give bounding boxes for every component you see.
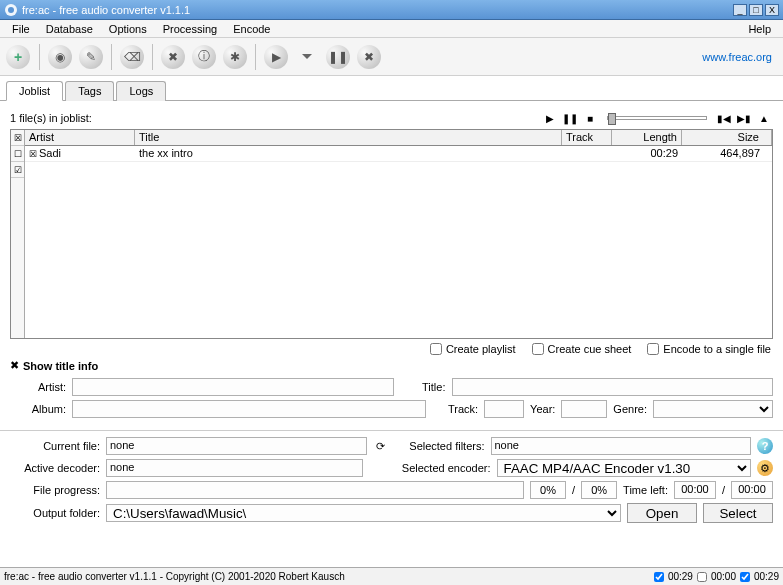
output-folder-select[interactable]: C:\Users\fawad\Music\ <box>106 504 621 522</box>
year-input[interactable] <box>561 400 607 418</box>
slash: / <box>572 484 575 496</box>
mini-next-button[interactable]: ▶▮ <box>735 111 753 125</box>
open-button[interactable]: Open <box>627 503 697 523</box>
col-length[interactable]: Length <box>612 130 682 145</box>
album-input[interactable] <box>72 400 426 418</box>
progress-pct-2: 0% <box>581 481 617 499</box>
menu-options[interactable]: Options <box>101 21 155 37</box>
row-check[interactable]: ☐ <box>11 146 24 162</box>
maximize-button[interactable]: □ <box>749 4 763 16</box>
year-label: Year: <box>530 403 555 415</box>
genre-label: Genre: <box>613 403 647 415</box>
cd-button[interactable]: ◉ <box>46 43 74 71</box>
status-check-2[interactable] <box>697 572 707 582</box>
status-t2: 00:00 <box>711 571 736 582</box>
select-button[interactable]: Select <box>703 503 773 523</box>
selected-filters-label: Selected filters: <box>395 440 485 452</box>
col-artist[interactable]: Artist <box>25 130 135 145</box>
album-label: Album: <box>10 403 66 415</box>
current-file-label: Current file: <box>10 440 100 452</box>
tool-2-button[interactable]: ⓘ <box>190 43 218 71</box>
mini-play-button[interactable]: ▶ <box>541 111 559 125</box>
select-all-checkbox[interactable]: ☒ <box>11 130 24 146</box>
active-decoder-value: none <box>106 459 363 477</box>
joblist-count: 1 file(s) in joblist: <box>10 112 92 124</box>
cell-track <box>562 146 612 161</box>
time-left-2: 00:00 <box>731 481 773 499</box>
single-file-check[interactable]: Encode to a single file <box>647 343 771 355</box>
col-title[interactable]: Title <box>135 130 562 145</box>
minimize-button[interactable]: _ <box>733 4 747 16</box>
time-left-label: Time left: <box>623 484 668 496</box>
svg-point-1 <box>8 7 14 13</box>
track-label: Track: <box>432 403 478 415</box>
menu-help[interactable]: Help <box>740 21 779 37</box>
track-input[interactable] <box>484 400 524 418</box>
status-check-1[interactable] <box>654 572 664 582</box>
menu-file[interactable]: File <box>4 21 38 37</box>
cell-artist: ☒Sadi <box>25 146 135 161</box>
create-playlist-check[interactable]: Create playlist <box>430 343 516 355</box>
mini-pause-button[interactable]: ❚❚ <box>561 111 579 125</box>
play-button[interactable]: ▶ <box>262 43 290 71</box>
active-decoder-label: Active decoder: <box>10 462 100 474</box>
doc-button[interactable]: ✎ <box>77 43 105 71</box>
remove-button[interactable]: ⌫ <box>118 43 146 71</box>
selected-encoder-label: Selected encoder: <box>391 462 491 474</box>
settings-button[interactable]: ✱ <box>221 43 249 71</box>
menu-processing[interactable]: Processing <box>155 21 225 37</box>
status-t3: 00:29 <box>754 571 779 582</box>
genre-select[interactable] <box>653 400 773 418</box>
status-t1: 00:29 <box>668 571 693 582</box>
tab-joblist[interactable]: Joblist <box>6 81 63 101</box>
tab-logs[interactable]: Logs <box>116 81 166 101</box>
selected-filters-value: none <box>491 437 752 455</box>
col-size[interactable]: Size <box>682 130 772 145</box>
stop-button[interactable]: ✖ <box>355 43 383 71</box>
menu-database[interactable]: Database <box>38 21 101 37</box>
title-label: Title: <box>400 381 446 393</box>
progress-pct-1: 0% <box>530 481 566 499</box>
pause-button[interactable]: ❚❚ <box>324 43 352 71</box>
status-check-3[interactable] <box>740 572 750 582</box>
window-title: fre:ac - free audio converter v1.1.1 <box>22 4 190 16</box>
col-track[interactable]: Track <box>562 130 612 145</box>
progress-bar <box>106 481 524 499</box>
website-link[interactable]: www.freac.org <box>702 51 772 63</box>
create-cue-check[interactable]: Create cue sheet <box>532 343 632 355</box>
time-left-1: 00:00 <box>674 481 716 499</box>
cell-length: 00:29 <box>612 146 682 161</box>
close-button[interactable]: X <box>765 4 779 16</box>
seek-slider[interactable] <box>607 116 707 120</box>
title-input[interactable] <box>452 378 774 396</box>
skip-icon[interactable]: ⟳ <box>373 440 389 453</box>
row-checked[interactable]: ☑ <box>11 162 24 178</box>
status-text: fre:ac - free audio converter v1.1.1 - C… <box>4 571 345 582</box>
output-folder-label: Output folder: <box>10 507 100 519</box>
menu-encode[interactable]: Encode <box>225 21 278 37</box>
selected-encoder-select[interactable]: FAAC MP4/AAC Encoder v1.30 <box>497 459 752 477</box>
file-progress-label: File progress: <box>10 484 100 496</box>
cell-size: 464,897 <box>682 146 772 161</box>
app-icon <box>4 3 18 17</box>
mini-stop-button[interactable]: ■ <box>581 111 599 125</box>
help-icon[interactable]: ? <box>757 438 773 454</box>
chevron-down-icon <box>302 54 312 60</box>
artist-label: Artist: <box>10 381 66 393</box>
dropdown-button[interactable] <box>293 43 321 71</box>
show-title-info-toggle[interactable]: ✖ Show title info <box>10 359 773 372</box>
mini-prev-button[interactable]: ▮◀ <box>715 111 733 125</box>
table-row[interactable]: ☒Sadi the xx intro 00:29 464,897 <box>25 146 772 162</box>
joblist-table: ☒ ☐ ☑ Artist Title Track Length Size ☒Sa… <box>10 129 773 339</box>
tab-tags[interactable]: Tags <box>65 81 114 101</box>
close-icon: ✖ <box>10 359 19 372</box>
artist-input[interactable] <box>72 378 394 396</box>
add-file-button[interactable]: + <box>3 42 33 72</box>
mini-eject-button[interactable]: ▲ <box>755 111 773 125</box>
cell-title: the xx intro <box>135 146 562 161</box>
current-file-value: none <box>106 437 367 455</box>
tool-1-button[interactable]: ✖ <box>159 43 187 71</box>
encoder-settings-icon[interactable]: ⚙ <box>757 460 773 476</box>
